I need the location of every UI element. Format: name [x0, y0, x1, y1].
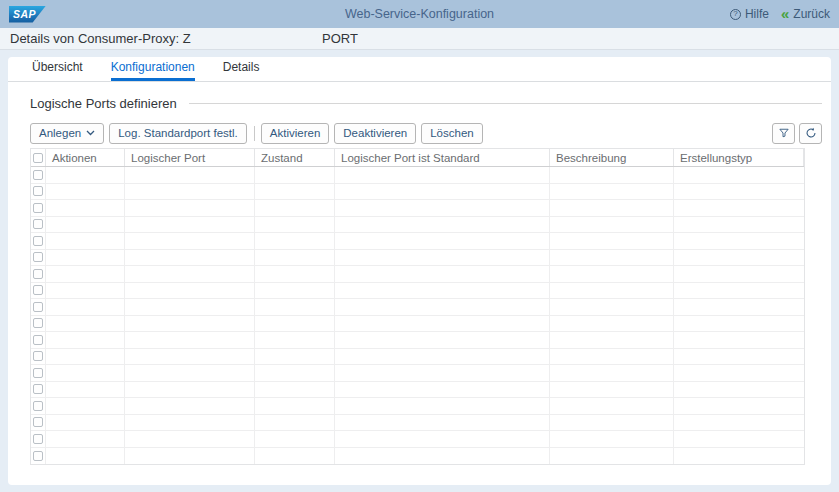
table-cell-empty	[550, 398, 674, 414]
table-cell-empty	[46, 184, 125, 200]
table-row	[31, 217, 804, 234]
tab-uebersicht[interactable]: Übersicht	[32, 61, 83, 81]
table-cell-empty	[674, 316, 804, 332]
tab-details[interactable]: Details	[223, 61, 260, 81]
tab-content: Logische Ports definieren Anlegen Log. S…	[8, 82, 831, 465]
table-cell-empty	[46, 316, 125, 332]
row-checkbox[interactable]	[33, 170, 43, 180]
column-header-logischer-port[interactable]: Logischer Port	[125, 149, 255, 166]
table-toolbar: Anlegen Log. Standardport festl. Aktivie…	[30, 122, 822, 144]
table-row	[31, 332, 804, 349]
table-cell-empty	[255, 415, 335, 431]
refresh-button[interactable]	[799, 123, 822, 144]
table-row	[31, 316, 804, 333]
row-select-cell	[31, 332, 46, 348]
subheader-title-prefix: Details von Consumer-Proxy: Z	[10, 31, 191, 46]
row-checkbox[interactable]	[33, 252, 43, 262]
table-cell-empty	[335, 299, 550, 315]
select-all-checkbox[interactable]	[33, 153, 43, 163]
row-checkbox[interactable]	[33, 269, 43, 279]
column-header-erstellungstyp[interactable]: Erstellungstyp	[674, 149, 804, 166]
table-cell-empty	[674, 398, 804, 414]
table-row	[31, 167, 804, 184]
table-row	[31, 382, 804, 399]
row-checkbox[interactable]	[33, 368, 43, 378]
table-cell-empty	[46, 365, 125, 381]
column-header-standard[interactable]: Logischer Port ist Standard	[335, 149, 550, 166]
row-checkbox[interactable]	[33, 351, 43, 361]
table-cell-empty	[674, 184, 804, 200]
create-button[interactable]: Anlegen	[30, 123, 104, 144]
table-cell-empty	[550, 200, 674, 216]
table-cell-empty	[255, 167, 335, 183]
table-cell-empty	[550, 448, 674, 465]
table-cell-empty	[674, 415, 804, 431]
table-cell-empty	[46, 415, 125, 431]
column-header-zustand[interactable]: Zustand	[255, 149, 335, 166]
table-row	[31, 365, 804, 382]
page-background: Übersicht Konfigurationen Details Logisc…	[0, 50, 839, 492]
row-checkbox[interactable]	[33, 186, 43, 196]
table-cell-empty	[335, 283, 550, 299]
table-cell-empty	[255, 233, 335, 249]
set-default-port-button[interactable]: Log. Standardport festl.	[109, 123, 247, 144]
row-checkbox[interactable]	[33, 219, 43, 229]
table-cell-empty	[46, 283, 125, 299]
row-checkbox[interactable]	[33, 236, 43, 246]
section-title: Logische Ports definieren	[30, 96, 177, 111]
table-cell-empty	[335, 349, 550, 365]
table-cell-empty	[46, 266, 125, 282]
row-checkbox[interactable]	[33, 318, 43, 328]
column-header-aktionen[interactable]: Aktionen	[46, 149, 125, 166]
table-row	[31, 398, 804, 415]
row-select-cell	[31, 316, 46, 332]
table-cell-empty	[335, 167, 550, 183]
table-cell-empty	[125, 266, 255, 282]
row-select-cell	[31, 250, 46, 266]
table-cell-empty	[335, 217, 550, 233]
toolbar-right-group	[772, 123, 822, 144]
table-cell-empty	[550, 184, 674, 200]
table-cell-empty	[125, 448, 255, 465]
row-select-cell	[31, 184, 46, 200]
table-cell-empty	[46, 167, 125, 183]
row-checkbox[interactable]	[33, 302, 43, 312]
row-checkbox[interactable]	[33, 434, 43, 444]
activate-label: Aktivieren	[270, 127, 321, 139]
row-checkbox[interactable]	[33, 451, 43, 461]
table-cell-empty	[255, 250, 335, 266]
table-cell-empty	[46, 349, 125, 365]
table-cell-empty	[674, 283, 804, 299]
delete-button[interactable]: Löschen	[421, 123, 482, 144]
section-divider	[189, 103, 822, 104]
app-title: Web-Service-Konfiguration	[0, 7, 839, 21]
row-checkbox[interactable]	[33, 285, 43, 295]
table-cell-empty	[46, 448, 125, 465]
top-header-bar: SAP Web-Service-Konfiguration ? Hilfe « …	[0, 0, 839, 28]
row-select-cell	[31, 266, 46, 282]
row-select-cell	[31, 299, 46, 315]
table-cell-empty	[46, 398, 125, 414]
row-checkbox[interactable]	[33, 335, 43, 345]
table-cell-empty	[255, 431, 335, 447]
table-cell-empty	[255, 398, 335, 414]
table-cell-empty	[674, 431, 804, 447]
set-default-port-label: Log. Standardport festl.	[118, 127, 238, 139]
row-checkbox[interactable]	[33, 401, 43, 411]
tab-konfigurationen[interactable]: Konfigurationen	[111, 61, 195, 81]
back-button[interactable]: « Zurück	[781, 7, 830, 21]
row-select-cell	[31, 217, 46, 233]
create-button-label: Anlegen	[39, 127, 81, 139]
deactivate-button[interactable]: Deaktivieren	[334, 123, 416, 144]
row-checkbox[interactable]	[33, 417, 43, 427]
help-button[interactable]: ? Hilfe	[730, 7, 769, 21]
topbar-actions: ? Hilfe « Zurück	[730, 7, 830, 21]
row-checkbox[interactable]	[33, 384, 43, 394]
row-select-cell	[31, 415, 46, 431]
filter-button[interactable]	[772, 123, 795, 144]
column-header-beschreibung[interactable]: Beschreibung	[550, 149, 674, 166]
table-cell-empty	[255, 217, 335, 233]
row-checkbox[interactable]	[33, 203, 43, 213]
table-cell-empty	[255, 365, 335, 381]
activate-button[interactable]: Aktivieren	[261, 123, 330, 144]
